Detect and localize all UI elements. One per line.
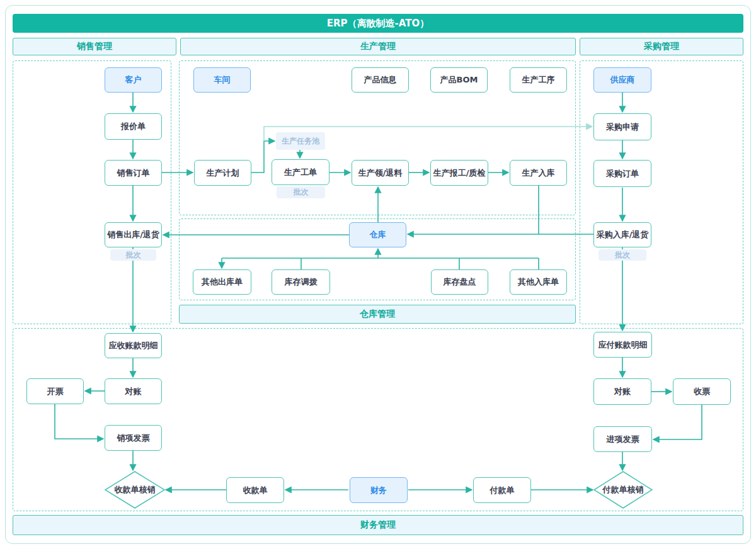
section-header-purchase: 采购管理	[580, 38, 743, 55]
node-sales-outbound: 销售出库/退货	[105, 222, 162, 247]
node-production-report-qc: 生产报工/质检	[430, 160, 488, 186]
node-purchase-request: 采购申请	[593, 113, 651, 140]
node-other-outbound: 其他出库单	[193, 269, 251, 295]
arrow-invoicing-salesinvoice	[55, 404, 103, 439]
node-supplier: 供应商	[593, 67, 651, 93]
node-sales-invoice: 销项发票	[105, 425, 162, 451]
node-purchase-inbound: 采购入库/退货	[593, 222, 651, 247]
node-quotation: 报价单	[105, 113, 162, 140]
node-inventory-check: 库存盘点	[431, 269, 488, 295]
node-customer: 客户	[105, 67, 162, 93]
node-production-plan: 生产计划	[194, 160, 251, 186]
node-ap-detail: 应付账款明细	[593, 332, 652, 358]
node-workshop: 车间	[193, 67, 251, 93]
node-production-inbound: 生产入库	[510, 160, 567, 186]
node-reconciliation-left: 对账	[105, 378, 162, 404]
node-other-inbound: 其他入库单	[510, 269, 567, 295]
node-ar-detail: 应收账款明细	[105, 333, 162, 358]
node-production-work-order: 生产工单	[272, 159, 329, 185]
node-receipt: 收款单	[226, 477, 284, 503]
node-production-material: 生产领/退料	[352, 160, 409, 186]
node-warehouse: 仓库	[349, 222, 406, 247]
label-receipt-writeoff: 收款单核销	[105, 481, 164, 499]
node-finance: 财务	[350, 477, 408, 503]
section-header-production: 生产管理	[180, 38, 576, 55]
section-header-finance: 财务管理	[13, 515, 743, 535]
node-product-bom: 产品BOM	[430, 67, 488, 93]
node-production-process: 生产工序	[510, 67, 567, 93]
badge-batch-sales-outbound: 批次	[110, 249, 156, 261]
node-purchase-invoice: 进项发票	[593, 426, 652, 452]
title-banner: ERP（离散制造-ATO）	[13, 14, 743, 33]
node-sales-order: 销售订单	[105, 160, 162, 186]
section-header-sales: 销售管理	[13, 38, 176, 55]
label-payment-writeoff: 付款单核销	[593, 481, 653, 499]
arrow-ticket-purchaseinvoice	[653, 405, 702, 439]
node-purchase-order: 采购订单	[593, 160, 651, 187]
node-inventory-transfer: 库存调拨	[272, 269, 330, 295]
node-product-info: 产品信息	[352, 67, 409, 93]
badge-batch-purchase-inbound: 批次	[598, 249, 646, 261]
node-invoicing: 开票	[26, 378, 84, 404]
badge-batch-work-order: 批次	[277, 186, 325, 198]
node-payment: 付款单	[473, 477, 531, 503]
node-ticket-receive: 收票	[673, 378, 731, 405]
erp-flow-diagram: ERP（离散制造-ATO） 销售管理 生产管理 采购管理 仓库管理 财务管理	[0, 0, 756, 549]
section-header-warehouse: 仓库管理	[179, 305, 576, 324]
badge-production-task-pool: 生产任务池	[276, 132, 325, 150]
node-reconciliation-right: 对账	[593, 378, 651, 405]
